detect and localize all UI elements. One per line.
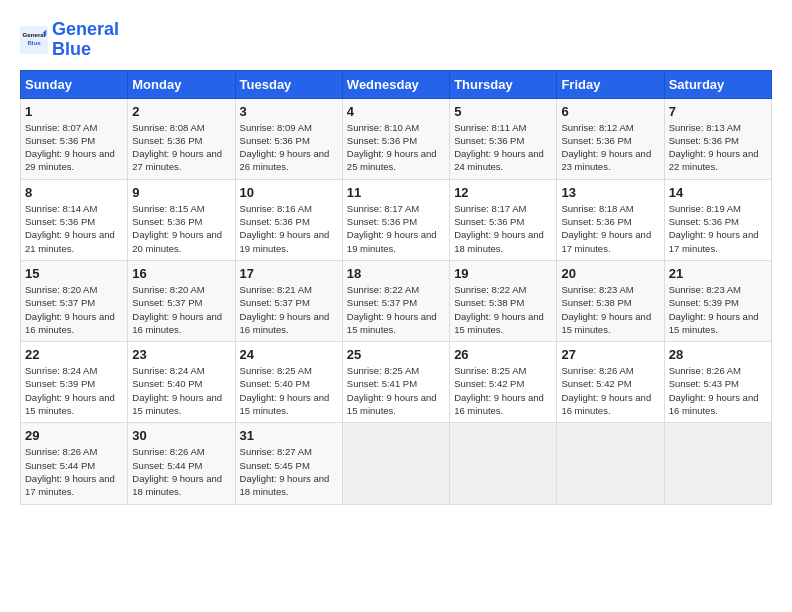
calendar-cell: 21 Sunrise: 8:23 AM Sunset: 5:39 PM Dayl… xyxy=(664,260,771,341)
calendar-cell: 26 Sunrise: 8:25 AM Sunset: 5:42 PM Dayl… xyxy=(450,342,557,423)
calendar-week-row: 1 Sunrise: 8:07 AM Sunset: 5:36 PM Dayli… xyxy=(21,98,772,179)
day-info: Sunrise: 8:22 AM Sunset: 5:38 PM Dayligh… xyxy=(454,283,552,336)
calendar-cell: 22 Sunrise: 8:24 AM Sunset: 5:39 PM Dayl… xyxy=(21,342,128,423)
day-info: Sunrise: 8:07 AM Sunset: 5:36 PM Dayligh… xyxy=(25,121,123,174)
day-number: 16 xyxy=(132,266,230,281)
header-saturday: Saturday xyxy=(664,70,771,98)
day-info: Sunrise: 8:24 AM Sunset: 5:40 PM Dayligh… xyxy=(132,364,230,417)
day-number: 13 xyxy=(561,185,659,200)
day-info: Sunrise: 8:25 AM Sunset: 5:41 PM Dayligh… xyxy=(347,364,445,417)
calendar-week-row: 15 Sunrise: 8:20 AM Sunset: 5:37 PM Dayl… xyxy=(21,260,772,341)
day-number: 7 xyxy=(669,104,767,119)
day-info: Sunrise: 8:18 AM Sunset: 5:36 PM Dayligh… xyxy=(561,202,659,255)
day-info: Sunrise: 8:23 AM Sunset: 5:38 PM Dayligh… xyxy=(561,283,659,336)
calendar-cell: 23 Sunrise: 8:24 AM Sunset: 5:40 PM Dayl… xyxy=(128,342,235,423)
day-number: 27 xyxy=(561,347,659,362)
day-number: 19 xyxy=(454,266,552,281)
header-thursday: Thursday xyxy=(450,70,557,98)
svg-text:Blue: Blue xyxy=(27,39,41,46)
calendar-cell: 17 Sunrise: 8:21 AM Sunset: 5:37 PM Dayl… xyxy=(235,260,342,341)
day-number: 10 xyxy=(240,185,338,200)
svg-text:General: General xyxy=(23,31,46,38)
calendar-cell: 16 Sunrise: 8:20 AM Sunset: 5:37 PM Dayl… xyxy=(128,260,235,341)
day-info: Sunrise: 8:11 AM Sunset: 5:36 PM Dayligh… xyxy=(454,121,552,174)
calendar-cell: 7 Sunrise: 8:13 AM Sunset: 5:36 PM Dayli… xyxy=(664,98,771,179)
day-number: 8 xyxy=(25,185,123,200)
calendar-cell: 27 Sunrise: 8:26 AM Sunset: 5:42 PM Dayl… xyxy=(557,342,664,423)
calendar-week-row: 29 Sunrise: 8:26 AM Sunset: 5:44 PM Dayl… xyxy=(21,423,772,504)
calendar-cell xyxy=(450,423,557,504)
calendar-cell: 11 Sunrise: 8:17 AM Sunset: 5:36 PM Dayl… xyxy=(342,179,449,260)
calendar-cell: 24 Sunrise: 8:25 AM Sunset: 5:40 PM Dayl… xyxy=(235,342,342,423)
day-info: Sunrise: 8:10 AM Sunset: 5:36 PM Dayligh… xyxy=(347,121,445,174)
calendar-table: SundayMondayTuesdayWednesdayThursdayFrid… xyxy=(20,70,772,505)
day-number: 20 xyxy=(561,266,659,281)
day-number: 2 xyxy=(132,104,230,119)
day-number: 24 xyxy=(240,347,338,362)
calendar-cell: 14 Sunrise: 8:19 AM Sunset: 5:36 PM Dayl… xyxy=(664,179,771,260)
day-info: Sunrise: 8:13 AM Sunset: 5:36 PM Dayligh… xyxy=(669,121,767,174)
calendar-cell xyxy=(557,423,664,504)
day-info: Sunrise: 8:12 AM Sunset: 5:36 PM Dayligh… xyxy=(561,121,659,174)
calendar-cell: 19 Sunrise: 8:22 AM Sunset: 5:38 PM Dayl… xyxy=(450,260,557,341)
day-info: Sunrise: 8:09 AM Sunset: 5:36 PM Dayligh… xyxy=(240,121,338,174)
day-number: 22 xyxy=(25,347,123,362)
calendar-cell: 20 Sunrise: 8:23 AM Sunset: 5:38 PM Dayl… xyxy=(557,260,664,341)
calendar-cell: 10 Sunrise: 8:16 AM Sunset: 5:36 PM Dayl… xyxy=(235,179,342,260)
calendar-cell: 29 Sunrise: 8:26 AM Sunset: 5:44 PM Dayl… xyxy=(21,423,128,504)
logo-icon: General Blue xyxy=(20,26,48,54)
day-number: 4 xyxy=(347,104,445,119)
calendar-cell: 2 Sunrise: 8:08 AM Sunset: 5:36 PM Dayli… xyxy=(128,98,235,179)
day-info: Sunrise: 8:26 AM Sunset: 5:42 PM Dayligh… xyxy=(561,364,659,417)
day-info: Sunrise: 8:23 AM Sunset: 5:39 PM Dayligh… xyxy=(669,283,767,336)
calendar-cell: 30 Sunrise: 8:26 AM Sunset: 5:44 PM Dayl… xyxy=(128,423,235,504)
header-monday: Monday xyxy=(128,70,235,98)
calendar-week-row: 8 Sunrise: 8:14 AM Sunset: 5:36 PM Dayli… xyxy=(21,179,772,260)
calendar-cell: 13 Sunrise: 8:18 AM Sunset: 5:36 PM Dayl… xyxy=(557,179,664,260)
day-info: Sunrise: 8:22 AM Sunset: 5:37 PM Dayligh… xyxy=(347,283,445,336)
header-tuesday: Tuesday xyxy=(235,70,342,98)
day-number: 12 xyxy=(454,185,552,200)
day-info: Sunrise: 8:17 AM Sunset: 5:36 PM Dayligh… xyxy=(347,202,445,255)
day-info: Sunrise: 8:21 AM Sunset: 5:37 PM Dayligh… xyxy=(240,283,338,336)
calendar-cell xyxy=(664,423,771,504)
calendar-cell: 8 Sunrise: 8:14 AM Sunset: 5:36 PM Dayli… xyxy=(21,179,128,260)
day-number: 3 xyxy=(240,104,338,119)
day-number: 1 xyxy=(25,104,123,119)
day-info: Sunrise: 8:25 AM Sunset: 5:40 PM Dayligh… xyxy=(240,364,338,417)
day-number: 31 xyxy=(240,428,338,443)
logo: General Blue GeneralBlue xyxy=(20,20,119,60)
day-number: 6 xyxy=(561,104,659,119)
calendar-cell: 25 Sunrise: 8:25 AM Sunset: 5:41 PM Dayl… xyxy=(342,342,449,423)
day-info: Sunrise: 8:26 AM Sunset: 5:43 PM Dayligh… xyxy=(669,364,767,417)
header-sunday: Sunday xyxy=(21,70,128,98)
day-number: 23 xyxy=(132,347,230,362)
day-info: Sunrise: 8:20 AM Sunset: 5:37 PM Dayligh… xyxy=(132,283,230,336)
header-wednesday: Wednesday xyxy=(342,70,449,98)
day-number: 9 xyxy=(132,185,230,200)
calendar-cell: 1 Sunrise: 8:07 AM Sunset: 5:36 PM Dayli… xyxy=(21,98,128,179)
calendar-week-row: 22 Sunrise: 8:24 AM Sunset: 5:39 PM Dayl… xyxy=(21,342,772,423)
page-header: General Blue GeneralBlue xyxy=(20,20,772,60)
calendar-cell: 12 Sunrise: 8:17 AM Sunset: 5:36 PM Dayl… xyxy=(450,179,557,260)
day-info: Sunrise: 8:08 AM Sunset: 5:36 PM Dayligh… xyxy=(132,121,230,174)
day-info: Sunrise: 8:26 AM Sunset: 5:44 PM Dayligh… xyxy=(25,445,123,498)
header-friday: Friday xyxy=(557,70,664,98)
day-number: 17 xyxy=(240,266,338,281)
day-number: 26 xyxy=(454,347,552,362)
calendar-header-row: SundayMondayTuesdayWednesdayThursdayFrid… xyxy=(21,70,772,98)
calendar-cell: 28 Sunrise: 8:26 AM Sunset: 5:43 PM Dayl… xyxy=(664,342,771,423)
day-number: 30 xyxy=(132,428,230,443)
day-info: Sunrise: 8:17 AM Sunset: 5:36 PM Dayligh… xyxy=(454,202,552,255)
day-info: Sunrise: 8:27 AM Sunset: 5:45 PM Dayligh… xyxy=(240,445,338,498)
day-number: 15 xyxy=(25,266,123,281)
day-info: Sunrise: 8:25 AM Sunset: 5:42 PM Dayligh… xyxy=(454,364,552,417)
calendar-cell: 18 Sunrise: 8:22 AM Sunset: 5:37 PM Dayl… xyxy=(342,260,449,341)
day-info: Sunrise: 8:16 AM Sunset: 5:36 PM Dayligh… xyxy=(240,202,338,255)
day-number: 5 xyxy=(454,104,552,119)
day-number: 18 xyxy=(347,266,445,281)
calendar-cell: 31 Sunrise: 8:27 AM Sunset: 5:45 PM Dayl… xyxy=(235,423,342,504)
day-info: Sunrise: 8:15 AM Sunset: 5:36 PM Dayligh… xyxy=(132,202,230,255)
logo-text: GeneralBlue xyxy=(52,20,119,60)
day-info: Sunrise: 8:20 AM Sunset: 5:37 PM Dayligh… xyxy=(25,283,123,336)
